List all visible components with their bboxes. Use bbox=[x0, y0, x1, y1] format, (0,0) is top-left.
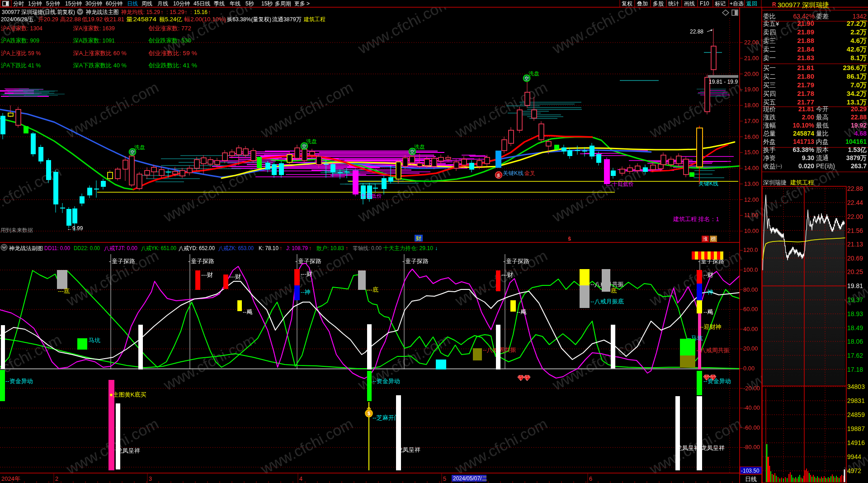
svg-text:金叉: 金叉 bbox=[524, 170, 535, 176]
svg-text:外盘: 外盘 bbox=[763, 138, 776, 145]
svg-text:多: 多 bbox=[496, 173, 501, 178]
svg-text:财: 财 bbox=[416, 235, 421, 242]
svg-text:●主图黄K底买: ●主图黄K底买 bbox=[109, 391, 146, 398]
svg-text:最高: 最高 bbox=[816, 114, 829, 121]
svg-text:-103.50: -103.50 bbox=[741, 468, 760, 474]
svg-text:二: 二 bbox=[482, 475, 487, 482]
svg-text:买五: 买五 bbox=[763, 99, 776, 106]
svg-text::: : bbox=[190, 9, 192, 15]
svg-text:深A涨家数: 1639: 深A涨家数: 1639 bbox=[73, 25, 115, 32]
svg-text:1分钟: 1分钟 bbox=[28, 0, 42, 7]
svg-text:八戒ZK: 653.00: 八戒ZK: 653.00 bbox=[218, 245, 254, 251]
svg-text:2.00: 2.00 bbox=[802, 114, 814, 121]
svg-text:关键K线: 关键K线 bbox=[503, 170, 524, 176]
svg-text:--八戒周共振: --八戒周共振 bbox=[696, 347, 730, 354]
svg-text:120.0: 120.0 bbox=[743, 246, 758, 253]
svg-text:净资: 净资 bbox=[763, 154, 776, 161]
svg-text:季线: 季线 bbox=[214, 0, 225, 7]
svg-text:-40.00: -40.00 bbox=[743, 404, 760, 411]
svg-text:-: - bbox=[402, 258, 404, 265]
svg-text:DD11: 0.00: DD11: 0.00 bbox=[44, 245, 70, 251]
svg-text:--飚: --飚 bbox=[703, 308, 713, 315]
svg-text:更多: 更多 bbox=[294, 0, 305, 7]
svg-text:20.69: 20.69 bbox=[847, 255, 863, 262]
svg-text:卖一: 卖一 bbox=[763, 54, 776, 62]
svg-text:20.29: 20.29 bbox=[851, 105, 867, 113]
svg-text:15分钟: 15分钟 bbox=[65, 0, 82, 7]
svg-text:PE(动): PE(动) bbox=[816, 162, 835, 170]
svg-text:+自选: +自选 bbox=[730, 0, 744, 7]
svg-text:22.88: 22.88 bbox=[847, 185, 863, 192]
svg-text:收21.81: 收21.81 bbox=[104, 16, 124, 23]
svg-text:6: 6 bbox=[589, 475, 592, 482]
svg-text:--飚: --飚 bbox=[517, 308, 527, 315]
svg-text:15.16: 15.16 bbox=[194, 9, 208, 15]
svg-text:童子探路: 童子探路 bbox=[191, 258, 214, 265]
svg-text:--飚: --飚 bbox=[243, 308, 253, 315]
svg-text:300977 深圳瑞捷: 300977 深圳瑞捷 bbox=[778, 1, 829, 9]
svg-text:22.88: 22.88 bbox=[851, 114, 867, 121]
svg-text:245874: 245874 bbox=[793, 130, 814, 137]
svg-text:用到未来数据: 用到未来数据 bbox=[0, 227, 33, 233]
svg-text:创业涨家数: 772: 创业涨家数: 772 bbox=[148, 25, 191, 32]
svg-text:21.79: 21.79 bbox=[797, 81, 814, 89]
svg-text:2: 2 bbox=[55, 475, 58, 482]
svg-text:19.37: 19.37 bbox=[847, 296, 863, 303]
svg-text:↑: ↑ bbox=[279, 245, 282, 251]
svg-text:↑: ↑ bbox=[184, 9, 187, 15]
svg-text:换手: 换手 bbox=[763, 146, 776, 153]
svg-text:14916: 14916 bbox=[847, 439, 865, 446]
svg-text:8.1万: 8.1万 bbox=[850, 54, 867, 62]
svg-text:42.6万: 42.6万 bbox=[847, 45, 867, 53]
svg-text:18.49: 18.49 bbox=[847, 324, 863, 331]
svg-text:创业跌数比: 41 %: 创业跌数比: 41 % bbox=[148, 62, 197, 69]
svg-text:卖二: 卖二 bbox=[763, 46, 776, 53]
svg-text:深A跌家数: 1091: 深A跌家数: 1091 bbox=[73, 37, 115, 44]
svg-text:-: - bbox=[503, 258, 505, 265]
svg-text:八戒TJT: 0.00: 八戒TJT: 0.00 bbox=[104, 245, 137, 251]
svg-text:21.84: 21.84 bbox=[797, 45, 814, 53]
svg-text:委差: 委差 bbox=[816, 13, 829, 20]
svg-text:2024/06/28/五: 2024/06/28/五 bbox=[1, 16, 34, 23]
svg-text:--八戒月振底: --八戒月振底 bbox=[590, 298, 624, 305]
svg-text:周线: 周线 bbox=[142, 0, 152, 7]
svg-text:-80.00: -80.00 bbox=[743, 444, 760, 450]
svg-text:委比: 委比 bbox=[763, 13, 776, 20]
svg-text:30分钟: 30分钟 bbox=[85, 0, 102, 7]
svg-text:13.1万: 13.1万 bbox=[847, 98, 867, 106]
svg-text:涨跌: 涨跌 bbox=[763, 114, 776, 121]
svg-text:散户: 10.83: 散户: 10.83 bbox=[316, 245, 344, 251]
svg-text:龙凤呈祥: 龙凤呈祥 bbox=[397, 446, 420, 453]
svg-text:买三: 买三 bbox=[763, 81, 776, 89]
svg-text:--迎财神: --迎财神 bbox=[700, 323, 722, 330]
svg-text:叠加: 叠加 bbox=[637, 0, 648, 7]
svg-text:24859: 24859 bbox=[847, 411, 865, 418]
svg-text:21.78: 21.78 bbox=[797, 90, 814, 97]
svg-text:马坑: 马坑 bbox=[89, 337, 100, 344]
svg-text:7.0万: 7.0万 bbox=[850, 81, 867, 89]
svg-text:流通: 流通 bbox=[816, 154, 829, 161]
svg-text:86.1万: 86.1万 bbox=[847, 72, 867, 80]
svg-text:100.0: 100.0 bbox=[743, 266, 758, 273]
svg-text:收益㈠: 收益㈠ bbox=[763, 162, 782, 170]
svg-text:63.38%: 63.38% bbox=[793, 146, 815, 153]
svg-text:19.00: 19.00 bbox=[744, 86, 759, 93]
svg-text:20.00: 20.00 bbox=[744, 71, 759, 77]
svg-text:低19.92: 低19.92 bbox=[82, 16, 103, 23]
svg-text:21.13: 21.13 bbox=[847, 241, 863, 248]
svg-text:--神: --神 bbox=[703, 289, 713, 295]
svg-text:1.53亿: 1.53亿 bbox=[848, 146, 867, 153]
svg-text:4.6万: 4.6万 bbox=[850, 37, 867, 44]
svg-text:创业涨数比: 59 %: 创业涨数比: 59 % bbox=[148, 50, 197, 57]
svg-text:J: 108.79: J: 108.79 bbox=[286, 245, 308, 251]
svg-text:>: > bbox=[307, 0, 310, 7]
svg-text:11.00: 11.00 bbox=[744, 212, 759, 218]
svg-text:量245874: 量245874 bbox=[126, 16, 156, 23]
svg-text:4.68: 4.68 bbox=[854, 130, 867, 137]
svg-text:榜: 榜 bbox=[711, 236, 716, 242]
svg-text:神龙战法副图: 神龙战法副图 bbox=[9, 245, 43, 251]
svg-text:神龙战法主图: 神龙战法主图 bbox=[85, 9, 119, 15]
svg-text:3: 3 bbox=[149, 475, 152, 482]
svg-text:卖三: 卖三 bbox=[763, 37, 776, 44]
svg-text:14.00: 14.00 bbox=[744, 165, 759, 171]
